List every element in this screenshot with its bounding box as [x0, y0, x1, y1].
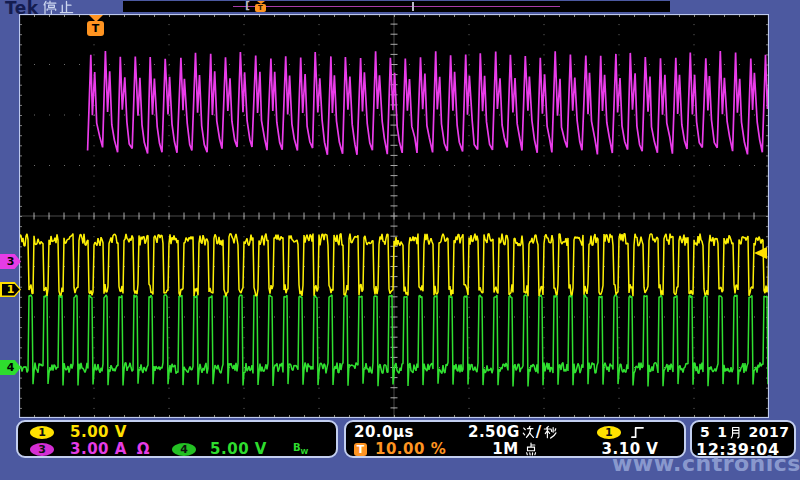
channel-1-scale: 5.00 V	[70, 423, 127, 441]
watermark: www.cntronics.com	[612, 451, 800, 476]
channel-3-coupling: Ω	[137, 440, 150, 458]
channel-readout-box: 1 5.00 V 3 3.00 A Ω 4 5.00 V BW	[16, 420, 338, 458]
channel-3-badge[interactable]: 3	[30, 443, 54, 456]
record-view-bar[interactable]: [ T	[123, 1, 670, 12]
trigger-slope-rising-icon	[631, 426, 644, 439]
cjk-ting-icon	[42, 0, 57, 15]
channel-3-scale: 3.00 A	[70, 440, 127, 458]
cjk-ci-icon	[521, 425, 535, 439]
channel-4-position-marker[interactable]: 4	[0, 360, 21, 375]
oscilloscope-screen: Tek [ T T 3 1 4 1 5.00 V 3	[0, 0, 800, 480]
channel-4-badge[interactable]: 4	[172, 443, 196, 456]
record-expansion-tick	[412, 2, 414, 11]
record-trigger-t-icon: T	[255, 4, 266, 12]
channel-1-badge[interactable]: 1	[30, 426, 54, 439]
record-window-left-bracket: [	[245, 0, 250, 12]
record-trigger-marker[interactable]: T	[255, 1, 266, 12]
bandwidth-limit-icon: BW	[293, 442, 308, 456]
sample-rate: 2.50G/	[468, 423, 557, 441]
trigger-position-flag[interactable]: T	[87, 21, 104, 36]
acquisition-status-stop	[42, 0, 74, 15]
cjk-dian-icon	[524, 442, 538, 456]
date-month: 1	[717, 424, 741, 440]
horizontal-scale: 20.0µs	[354, 423, 414, 441]
cjk-zhi-icon	[59, 0, 74, 15]
channel-3-position-marker[interactable]: 3	[0, 254, 21, 269]
cjk-miao-icon	[543, 425, 557, 439]
graticule-svg	[19, 14, 769, 418]
channel-1-position-marker[interactable]: 1	[0, 282, 21, 297]
trigger-position-value: 10.00 %	[375, 440, 446, 458]
trigger-level-arrow[interactable]	[754, 247, 767, 259]
trigger-position-badge[interactable]: T	[354, 443, 367, 456]
date-year: 2017	[749, 424, 790, 440]
date-day: 5	[700, 424, 710, 440]
record-length: 1M	[492, 440, 537, 458]
channel-1-position-marker-label: 1	[2, 284, 20, 296]
trigger-source-badge[interactable]: 1	[597, 426, 621, 439]
record-preview-trace	[233, 6, 560, 7]
cjk-yue-icon	[729, 426, 742, 439]
channel-4-scale: 5.00 V	[210, 440, 267, 458]
